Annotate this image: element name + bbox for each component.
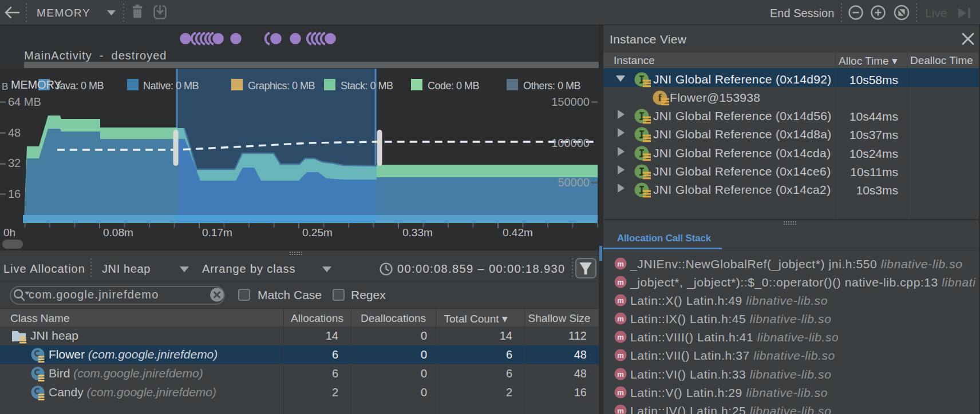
svg-text:m: m <box>617 388 624 397</box>
svg-text:m: m <box>617 333 624 341</box>
svg-text:m: m <box>617 407 624 414</box>
svg-text:m: m <box>617 315 624 323</box>
svg-text:m: m <box>617 278 624 286</box>
svg-text:m: m <box>617 351 624 360</box>
svg-text:m: m <box>617 296 624 305</box>
svg-text:m: m <box>617 370 624 379</box>
svg-text:m: m <box>617 260 624 268</box>
